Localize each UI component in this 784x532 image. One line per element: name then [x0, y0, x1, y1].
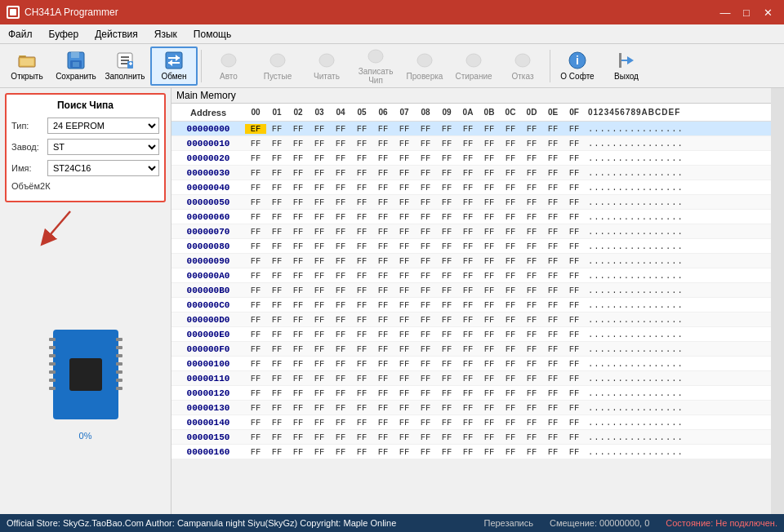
hex-byte[interactable]: FF — [500, 139, 521, 149]
hex-byte[interactable]: FF — [521, 168, 542, 178]
hex-byte[interactable]: FF — [266, 447, 287, 457]
hex-byte[interactable]: FF — [266, 374, 287, 383]
hex-byte[interactable]: FF — [542, 388, 564, 398]
hex-byte[interactable]: FF — [542, 212, 564, 222]
hex-byte[interactable]: FF — [372, 212, 394, 222]
hex-byte[interactable]: FF — [372, 139, 394, 149]
hex-byte[interactable]: FF — [479, 197, 500, 207]
hex-byte[interactable]: FF — [415, 153, 436, 163]
hex-byte[interactable]: FF — [351, 359, 372, 369]
hex-byte[interactable]: FF — [372, 271, 394, 281]
hex-row[interactable]: 00000090FFFFFFFFFFFFFFFFFFFFFFFFFFFFFFFF… — [172, 254, 771, 268]
hex-byte[interactable]: FF — [351, 286, 372, 295]
hex-byte[interactable]: FF — [372, 388, 394, 398]
hex-byte[interactable]: FF — [457, 153, 479, 163]
hex-byte[interactable]: FF — [457, 315, 479, 325]
toolbar-btn-открыть[interactable]: Открыть — [3, 47, 51, 86]
hex-byte[interactable]: FF — [436, 153, 457, 163]
hex-byte[interactable]: FF — [415, 300, 436, 310]
hex-byte[interactable]: FF — [287, 300, 309, 310]
hex-byte[interactable]: FF — [564, 403, 585, 413]
hex-byte[interactable]: FF — [521, 432, 542, 442]
hex-byte[interactable]: FF — [564, 315, 585, 325]
hex-byte[interactable]: FF — [564, 227, 585, 237]
hex-byte[interactable]: FF — [479, 344, 500, 354]
hex-byte[interactable]: FF — [330, 330, 351, 339]
hex-byte[interactable]: FF — [330, 388, 351, 398]
hex-byte[interactable]: FF — [436, 183, 457, 193]
hex-byte[interactable]: FF — [457, 300, 479, 310]
hex-byte[interactable]: FF — [500, 271, 521, 281]
hex-byte[interactable]: FF — [309, 124, 330, 134]
hex-byte[interactable]: FF — [330, 197, 351, 207]
hex-byte[interactable]: FF — [351, 432, 372, 442]
hex-byte[interactable]: FF — [436, 300, 457, 310]
hex-byte[interactable]: FF — [351, 197, 372, 207]
hex-byte[interactable]: FF — [479, 315, 500, 325]
hex-byte[interactable]: FF — [309, 197, 330, 207]
toolbar-btn-сохранить[interactable]: Сохранить — [52, 47, 100, 86]
hex-byte[interactable]: FF — [330, 256, 351, 266]
hex-byte[interactable]: FF — [500, 315, 521, 325]
hex-byte[interactable]: FF — [330, 300, 351, 310]
hex-byte[interactable]: FF — [457, 256, 479, 266]
hex-byte[interactable]: FF — [266, 359, 287, 369]
hex-byte[interactable]: FF — [330, 315, 351, 325]
hex-byte[interactable]: FF — [564, 359, 585, 369]
hex-byte[interactable]: FF — [245, 432, 266, 442]
hex-byte[interactable]: FF — [245, 330, 266, 339]
hex-byte[interactable]: FF — [521, 344, 542, 354]
hex-byte[interactable]: FF — [542, 242, 564, 251]
hex-byte[interactable]: FF — [479, 447, 500, 457]
name-select[interactable]: ST24C16 — [47, 160, 159, 176]
menu-item-помощь[interactable]: Помощь — [185, 24, 239, 43]
hex-byte[interactable]: FF — [500, 168, 521, 178]
hex-byte[interactable]: FF — [309, 256, 330, 266]
hex-byte[interactable]: FF — [245, 139, 266, 149]
hex-byte[interactable]: FF — [309, 183, 330, 193]
hex-byte[interactable]: FF — [479, 374, 500, 383]
hex-byte[interactable]: FF — [415, 374, 436, 383]
hex-byte[interactable]: FF — [245, 212, 266, 222]
hex-byte[interactable]: FF — [542, 374, 564, 383]
hex-scroll-area[interactable]: 00000000EFFFFFFFFFFFFFFFFFFFFFFFFFFFFFFF… — [172, 122, 771, 514]
hex-byte[interactable]: FF — [351, 212, 372, 222]
hex-byte[interactable]: FF — [372, 330, 394, 339]
hex-byte[interactable]: FF — [542, 300, 564, 310]
hex-byte[interactable]: FF — [351, 418, 372, 428]
hex-byte[interactable]: FF — [415, 315, 436, 325]
hex-byte[interactable]: FF — [564, 183, 585, 193]
hex-byte[interactable]: FF — [372, 183, 394, 193]
hex-byte[interactable]: FF — [457, 447, 479, 457]
hex-byte[interactable]: FF — [500, 432, 521, 442]
hex-byte[interactable]: FF — [351, 153, 372, 163]
hex-byte[interactable]: FF — [394, 242, 415, 251]
hex-byte[interactable]: FF — [372, 418, 394, 428]
hex-byte[interactable]: FF — [521, 300, 542, 310]
hex-byte[interactable]: FF — [564, 124, 585, 134]
hex-byte[interactable]: FF — [245, 286, 266, 295]
hex-byte[interactable]: FF — [245, 227, 266, 237]
hex-byte[interactable]: FF — [564, 418, 585, 428]
hex-byte[interactable]: FF — [351, 330, 372, 339]
hex-byte[interactable]: FF — [500, 403, 521, 413]
hex-byte[interactable]: FF — [436, 447, 457, 457]
hex-byte[interactable]: FF — [266, 139, 287, 149]
hex-byte[interactable]: FF — [457, 242, 479, 251]
hex-row[interactable]: 00000080FFFFFFFFFFFFFFFFFFFFFFFFFFFFFFFF… — [172, 239, 771, 254]
hex-byte[interactable]: FF — [351, 403, 372, 413]
hex-byte[interactable]: FF — [457, 374, 479, 383]
scrollbar[interactable] — [771, 88, 784, 514]
hex-byte[interactable]: FF — [266, 168, 287, 178]
hex-byte[interactable]: FF — [436, 432, 457, 442]
menu-item-язык[interactable]: Язык — [146, 24, 185, 43]
hex-byte[interactable]: FF — [457, 418, 479, 428]
hex-byte[interactable]: FF — [394, 256, 415, 266]
hex-row[interactable]: 00000060FFFFFFFFFFFFFFFFFFFFFFFFFFFFFFFF… — [172, 210, 771, 224]
hex-byte[interactable]: FF — [372, 197, 394, 207]
hex-byte[interactable]: FF — [309, 403, 330, 413]
hex-byte[interactable]: FF — [542, 418, 564, 428]
hex-byte[interactable]: FF — [457, 197, 479, 207]
hex-byte[interactable]: FF — [564, 344, 585, 354]
hex-row[interactable]: 00000140FFFFFFFFFFFFFFFFFFFFFFFFFFFFFFFF… — [172, 415, 771, 430]
